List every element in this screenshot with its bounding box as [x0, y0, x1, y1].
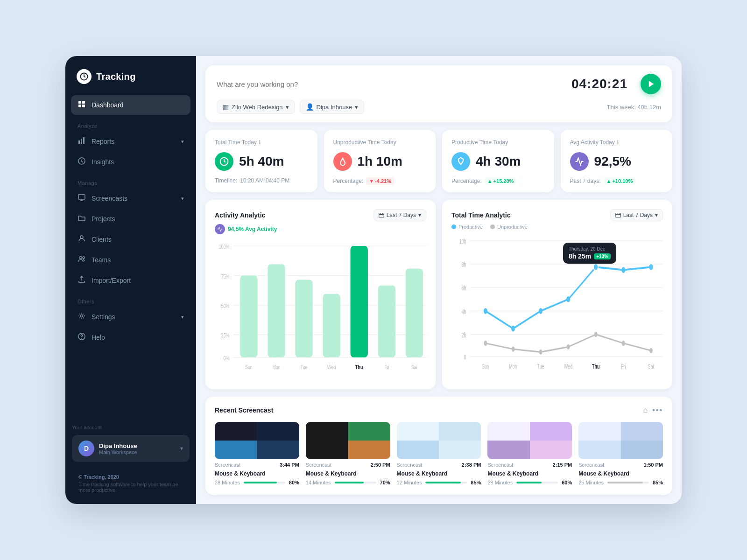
svg-point-57	[511, 326, 515, 332]
info-icon-1: ℹ	[259, 139, 261, 146]
sidebar-item-insights[interactable]: Insights	[71, 152, 190, 172]
stat-title-2: Unproductive Time Today	[333, 139, 427, 146]
project-tag-chevron: ▾	[286, 104, 289, 111]
svg-text:10h: 10h	[459, 238, 466, 245]
list-item: Screencast 2:38 PM Mouse & Keyboard 12 M…	[397, 422, 481, 485]
stat-footer-1: Timeline: 10:20 AM-04:40 PM	[215, 177, 308, 184]
project-tag[interactable]: ▦ Zilo Web Redesign ▾	[217, 100, 295, 114]
sidebar-item-reports[interactable]: Reports ▾	[71, 132, 190, 151]
sc-duration-5: 25 Minutes	[578, 480, 604, 485]
project-tag-label: Zilo Web Redesign	[232, 104, 283, 111]
manage-section: Manage	[71, 173, 190, 189]
more-icon[interactable]: •••	[652, 406, 663, 414]
timer-display: 04:20:21	[571, 77, 627, 91]
sidebar: Tracking Dashboard Analyze	[65, 56, 196, 504]
stat-badge-2: ▼ -4.21%	[366, 177, 394, 185]
sidebar-item-clients[interactable]: Clients	[71, 230, 190, 249]
svg-marker-16	[649, 81, 654, 87]
app-container: Tracking Dashboard Analyze	[65, 56, 682, 504]
svg-text:Wed: Wed	[564, 363, 572, 370]
filter-row: ▦ Zilo Web Redesign ▾ 👤 Dipa Inhouse ▾ T…	[217, 100, 661, 114]
stat-value-4: 92,5%	[594, 154, 631, 169]
user-icon	[78, 235, 86, 244]
svg-rect-29	[240, 276, 257, 357]
client-tag[interactable]: 👤 Dipa Inhouse ▾	[300, 100, 365, 114]
list-item: Screencast 2:15 PM Mouse & Keyboard 28 M…	[487, 422, 572, 485]
users-icon	[78, 255, 86, 265]
svg-point-12	[83, 257, 85, 259]
sidebar-item-screencasts[interactable]: Screencasts ▾	[71, 189, 190, 208]
svg-text:50%: 50%	[221, 302, 230, 309]
svg-text:0: 0	[464, 353, 466, 361]
stat-icon-3	[451, 152, 470, 171]
svg-rect-1	[78, 101, 81, 104]
time-chart-filter[interactable]: Last 7 Days ▾	[610, 209, 663, 221]
sc-time-4: 2:15 PM	[553, 462, 572, 468]
sc-activity-4: Mouse & Keyboard	[487, 470, 572, 477]
svg-text:0%: 0%	[224, 355, 230, 361]
sidebar-item-settings[interactable]: Settings ▾	[71, 307, 190, 327]
search-input[interactable]	[217, 80, 366, 88]
account-chevron-icon: ▾	[180, 445, 183, 452]
play-button[interactable]	[641, 74, 661, 94]
sidebar-item-teams[interactable]: Teams	[71, 250, 190, 270]
screencast-thumb-4[interactable]	[487, 422, 572, 459]
stat-title-3: Productive Time Today	[451, 139, 545, 146]
stats-row: Total Time Today ℹ 5h 40m Timeline: 10:2…	[205, 130, 672, 192]
svg-text:75%: 75%	[221, 273, 230, 280]
insights-label: Insights	[92, 158, 114, 166]
activity-chart-filter[interactable]: Last 7 Days ▾	[374, 209, 426, 221]
account-card[interactable]: D Dipa Inhouse Main Workspace ▾	[72, 435, 190, 462]
sidebar-item-import-export[interactable]: Import/Export	[71, 271, 190, 290]
screencast-thumb-1[interactable]	[215, 422, 299, 459]
search-row: 04:20:21	[217, 74, 661, 94]
line-legend: Productive Unproductive	[451, 224, 663, 230]
line-chart-svg: 10h 8h 6h 4h 2h 0	[451, 233, 663, 380]
week-label: This week: 40h 12m	[607, 104, 661, 111]
home-icon[interactable]: ⌂	[643, 406, 648, 414]
sidebar-nav: Dashboard Analyze Reports ▾	[65, 95, 196, 417]
svg-text:Sun: Sun	[482, 363, 489, 370]
svg-text:Mon: Mon	[272, 364, 280, 371]
help-icon	[78, 333, 86, 342]
svg-point-67	[594, 332, 598, 337]
svg-point-66	[567, 344, 570, 350]
svg-rect-5	[78, 140, 80, 144]
productive-legend: Productive	[451, 224, 483, 230]
screencast-thumb-5[interactable]	[578, 422, 663, 459]
main-content: 04:20:21 ▦ Zilo Web Redesign ▾ 👤 Dipa I	[196, 56, 682, 504]
sc-progress-4	[516, 482, 558, 483]
svg-text:Fri: Fri	[384, 364, 389, 371]
svg-rect-7	[83, 137, 85, 144]
svg-point-69	[649, 348, 653, 353]
screencast-thumb-2[interactable]	[306, 422, 390, 459]
svg-text:25%: 25%	[221, 332, 230, 339]
activity-icon	[215, 224, 225, 234]
svg-rect-35	[406, 268, 423, 357]
unproductive-legend: Unproductive	[490, 224, 528, 230]
client-tag-chevron: ▾	[355, 104, 358, 111]
logo-icon	[77, 69, 92, 84]
svg-rect-2	[82, 101, 85, 104]
stat-icon-4	[570, 152, 589, 171]
svg-point-60	[593, 263, 598, 271]
screencast-thumb-3[interactable]	[397, 422, 481, 459]
stat-icon-1	[215, 152, 233, 171]
chevron-down-icon3: ▾	[181, 314, 184, 320]
sc-pct-3: 85%	[471, 480, 481, 485]
stat-title-4: Avg Activity Today ℹ	[570, 139, 663, 146]
sc-pct-5: 85%	[653, 480, 663, 485]
svg-text:Sat: Sat	[648, 363, 655, 370]
sc-name-3: Screencast	[397, 462, 423, 468]
screencasts-card: Recent Screencast ⌂ •••	[205, 397, 672, 495]
svg-text:Mon: Mon	[509, 363, 517, 370]
sc-pct-1: 80%	[289, 480, 299, 485]
sidebar-item-help[interactable]: Help	[71, 328, 190, 347]
svg-text:100%: 100%	[219, 243, 230, 250]
sidebar-item-dashboard[interactable]: Dashboard	[71, 95, 190, 115]
screencasts-label: Screencasts	[92, 195, 127, 202]
stat-footer-2: Percentage: ▼ -4.21%	[333, 177, 427, 185]
svg-point-10	[80, 236, 83, 238]
sidebar-item-projects[interactable]: Projects	[71, 209, 190, 229]
stat-footer-4: Past 7 days: ▲ +10.10%	[570, 177, 663, 185]
